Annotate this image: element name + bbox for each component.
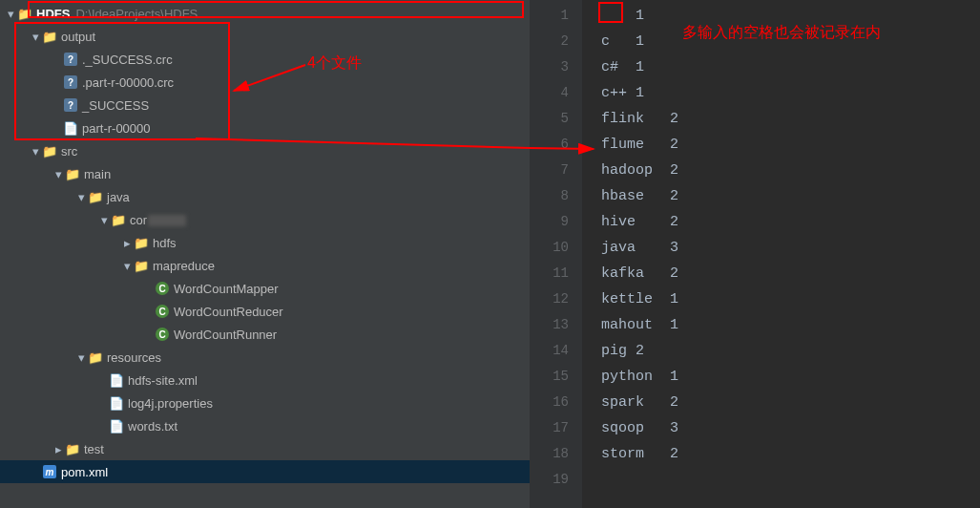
project-tree[interactable]: ▾ 📁 HDFS D:\IdeaProjects\HDFS ▾ 📁 output… — [0, 0, 530, 483]
tree-file-success-crc[interactable]: ? ._SUCCESS.crc — [0, 48, 530, 71]
chevron-down-icon[interactable]: ▾ — [4, 7, 17, 21]
gutter-line-number: 3 — [530, 54, 582, 80]
code-line[interactable]: kafka 2 — [601, 261, 980, 286]
annotation-space-note: 多输入的空格也会被记录在内 — [682, 23, 881, 43]
tree-root[interactable]: ▾ 📁 HDFS D:\IdeaProjects\HDFS — [0, 2, 530, 25]
file-icon: ? — [63, 97, 78, 113]
gutter-line-number: 16 — [530, 390, 582, 415]
tree-file-words[interactable]: 📄 words.txt — [0, 414, 530, 437]
folder-icon: 📁 — [17, 6, 32, 21]
chevron-right-icon[interactable]: ▸ — [120, 236, 134, 250]
gutter-line-number: 8 — [530, 183, 582, 209]
root-path: D:\IdeaProjects\HDFS — [75, 7, 198, 21]
class-label: WordCountMapper — [174, 282, 279, 296]
code-line[interactable]: c++ 1 — [601, 80, 980, 106]
gutter-line-number: 4 — [530, 80, 582, 106]
gutter-line-number: 9 — [530, 209, 582, 235]
tree-src-folder[interactable]: ▾ 📁 src — [0, 139, 530, 162]
tree-hdfs-folder[interactable]: ▸ 📁 hdfs — [0, 231, 530, 254]
gutter-line-number: 5 — [530, 106, 582, 132]
code-line[interactable]: flume 2 — [601, 132, 980, 158]
gutter-line-number: 14 — [530, 338, 582, 364]
tree-file-success[interactable]: ? _SUCCESS — [0, 94, 530, 116]
folder-label: src — [61, 144, 77, 159]
tree-file-part[interactable]: 📄 part-r-00000 — [0, 116, 530, 139]
code-line[interactable]: storm 2 — [601, 441, 980, 467]
java-class-icon: C — [155, 281, 170, 296]
file-label: .part-r-00000.crc — [82, 75, 174, 90]
java-class-icon: C — [155, 327, 170, 342]
code-line[interactable]: mahout 1 — [601, 312, 980, 338]
tree-file-log4j[interactable]: 📄 log4j.properties — [0, 392, 530, 414]
gutter-line-number: 1 — [530, 3, 582, 29]
tree-resources-folder[interactable]: ▾ 📁 resources — [0, 346, 530, 369]
tree-main-folder[interactable]: ▾ 📁 main — [0, 162, 530, 185]
file-icon: ? — [63, 74, 78, 90]
folder-icon: 📁 — [65, 441, 80, 456]
folder-label: java — [107, 190, 130, 204]
gutter-line-number: 11 — [530, 261, 582, 286]
gutter-line-number: 19 — [530, 467, 582, 493]
chevron-down-icon[interactable]: ▾ — [74, 190, 88, 204]
text-file-icon: 📄 — [109, 418, 124, 434]
gutter-line-number: 13 — [530, 312, 582, 338]
tree-file-part-crc[interactable]: ? .part-r-00000.crc — [0, 71, 530, 94]
code-line[interactable]: sqoop 3 — [601, 415, 980, 441]
tree-class-reducer[interactable]: C WordCountReducer — [0, 300, 530, 323]
file-label: ._SUCCESS.crc — [82, 53, 173, 67]
folder-icon: 📁 — [42, 29, 57, 44]
chevron-down-icon[interactable]: ▾ — [29, 30, 42, 44]
chevron-down-icon[interactable]: ▾ — [29, 144, 42, 159]
folder-label: hdfs — [153, 236, 177, 250]
xml-file-icon: 📄 — [109, 372, 124, 388]
package-icon: 📁 — [134, 258, 149, 273]
code-line[interactable]: spark 2 — [601, 390, 980, 415]
chevron-down-icon[interactable]: ▾ — [120, 259, 134, 273]
tree-test-folder[interactable]: ▸ 📁 test — [0, 437, 530, 460]
editor-panel: 12345678910111213141516171819 1c 1c# 1c+… — [530, 0, 980, 508]
file-icon: ? — [63, 52, 78, 67]
tree-java-folder[interactable]: ▾ 📁 java — [0, 185, 530, 208]
tree-mapreduce-folder[interactable]: ▾ 📁 mapreduce — [0, 254, 530, 277]
annotation-four-files: 4个文件 — [307, 53, 362, 74]
tree-file-pom[interactable]: m pom.xml — [0, 460, 530, 483]
code-line[interactable]: pig 2 — [601, 338, 980, 364]
project-tree-panel: ▾ 📁 HDFS D:\IdeaProjects\HDFS ▾ 📁 output… — [0, 0, 530, 508]
properties-file-icon: 📄 — [109, 395, 124, 411]
code-line[interactable]: hive 2 — [601, 209, 980, 235]
tree-class-runner[interactable]: C WordCountRunner — [0, 323, 530, 346]
code-line[interactable]: c# 1 — [601, 54, 980, 80]
folder-label: test — [84, 442, 104, 456]
chevron-down-icon[interactable]: ▾ — [74, 350, 88, 365]
java-class-icon: C — [155, 304, 170, 319]
chevron-down-icon[interactable]: ▾ — [52, 167, 65, 181]
gutter-line-number: 7 — [530, 158, 582, 183]
chevron-right-icon[interactable]: ▸ — [52, 442, 65, 456]
folder-label: mapreduce — [153, 259, 215, 273]
tree-output-folder[interactable]: ▾ 📁 output — [0, 25, 530, 48]
gutter-line-number: 2 — [530, 29, 582, 54]
code-line[interactable]: python 1 — [601, 364, 980, 390]
tree-file-hdfs-site[interactable]: 📄 hdfs-site.xml — [0, 369, 530, 392]
folder-icon: 📁 — [65, 166, 80, 181]
gutter-line-number: 15 — [530, 364, 582, 390]
code-line[interactable] — [601, 467, 980, 493]
class-label: WordCountReducer — [174, 305, 283, 319]
code-line[interactable]: java 3 — [601, 235, 980, 261]
class-label: WordCountRunner — [174, 328, 277, 342]
file-icon: 📄 — [63, 120, 78, 136]
file-label: pom.xml — [61, 465, 108, 479]
code-line[interactable]: flink 2 — [601, 106, 980, 132]
gutter-line-number: 10 — [530, 235, 582, 261]
tree-package-folder[interactable]: ▾ 📁 cor — [0, 208, 530, 231]
code-line[interactable]: kettle 1 — [601, 286, 980, 312]
code-line[interactable]: hbase 2 — [601, 183, 980, 209]
chevron-down-icon[interactable]: ▾ — [97, 213, 111, 227]
folder-label: cor — [130, 213, 186, 227]
editor-content[interactable]: 1c 1c# 1c++ 1flink 2flume 2hadoop 2hbase… — [582, 0, 980, 508]
tree-class-mapper[interactable]: C WordCountMapper — [0, 277, 530, 300]
editor-gutter: 12345678910111213141516171819 — [530, 0, 582, 508]
maven-file-icon: m — [42, 464, 57, 479]
root-label: HDFS — [36, 7, 70, 21]
code-line[interactable]: hadoop 2 — [601, 158, 980, 183]
